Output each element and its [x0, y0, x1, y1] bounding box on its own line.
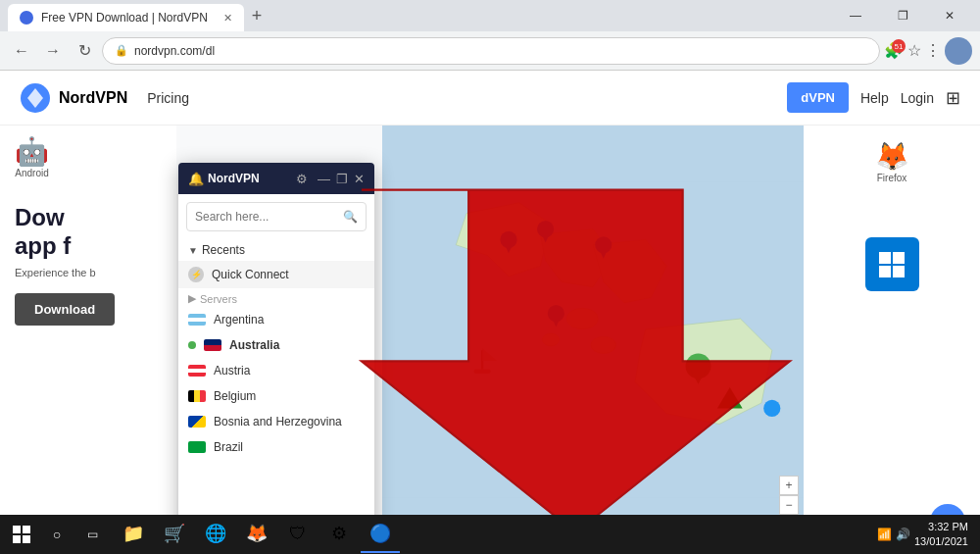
file-explorer-icon: 📁 — [122, 523, 144, 544]
country-name-brazil: Brazil — [214, 440, 243, 454]
logo-text: NordVPN — [59, 89, 127, 107]
quick-connect-item[interactable]: ⚡ Quick Connect — [178, 261, 374, 288]
hero-subtitle: Experience the b — [15, 267, 162, 278]
country-name-argentina: Argentina — [214, 313, 264, 327]
start-button[interactable] — [4, 517, 39, 552]
country-list: Argentina Australia Austria Belgium — [178, 307, 374, 460]
firefox-icon: 🦊 — [875, 140, 909, 173]
map-location-dot — [763, 400, 780, 417]
tab-close-btn[interactable]: ✕ — [223, 12, 232, 25]
popup-window-controls: ⚙ — ❐ ✕ — [296, 172, 365, 186]
hero-section: 🤖 Android Dow app f Experience the b Dow… — [0, 126, 176, 554]
map-area — [382, 126, 804, 554]
taskbar-pinned-apps: 📁 🛒 🌐 🦊 🛡 ⚙ 🔵 — [114, 516, 400, 553]
website-main: 🤖 Android Dow app f Experience the b Dow… — [0, 126, 980, 554]
grid-icon[interactable]: ⋮ — [925, 41, 941, 60]
taskbar-firefox[interactable]: 🦊 — [237, 516, 276, 553]
close-button[interactable]: ✕ — [927, 1, 972, 30]
map-svg — [382, 126, 804, 554]
country-item-australia[interactable]: Australia — [178, 332, 374, 358]
nordvpn-logo-icon — [20, 82, 51, 114]
forward-button[interactable]: → — [39, 37, 67, 65]
windows-icon — [865, 237, 919, 291]
taskbar-settings[interactable]: ⚙ — [319, 516, 359, 553]
new-tab-button[interactable]: + — [244, 6, 270, 26]
svg-rect-21 — [13, 526, 21, 533]
hero-title-line2: app f — [15, 232, 71, 259]
taskbar-nordvpn[interactable]: 🔵 — [361, 516, 400, 553]
country-item-austria[interactable]: Austria — [178, 358, 374, 383]
chrome-icon: 🌐 — [205, 523, 226, 544]
recents-item[interactable]: ▼ Recents — [178, 239, 374, 261]
popup-title: NordVPN — [208, 172, 296, 185]
country-item-belgium[interactable]: Belgium — [178, 383, 374, 409]
map-zoom-in[interactable]: + — [779, 476, 799, 495]
search-input[interactable] — [195, 210, 337, 224]
login-link[interactable]: Login — [901, 90, 934, 106]
taskbar-search-button[interactable]: ○ — [39, 517, 74, 552]
map-zoom-controls: + − — [779, 476, 799, 515]
map-zoom-out[interactable]: − — [779, 495, 799, 515]
window-controls: — ❐ ✕ — [833, 1, 972, 30]
website-content: NordVPN Pricing dVPN Help Login ⊞ 🤖 Andr… — [0, 71, 980, 554]
svg-rect-22 — [23, 526, 30, 533]
taskbar-store[interactable]: 🛒 — [155, 516, 194, 553]
popup-notification-icon[interactable]: 🔔 — [188, 172, 204, 186]
android-label: Android — [15, 168, 48, 178]
nordvpn-taskbar-icon: 🔵 — [369, 523, 391, 544]
tab-favicon — [20, 11, 33, 25]
pricing-link[interactable]: Pricing — [147, 90, 189, 106]
country-item-bosnia[interactable]: Bosnia and Herzegovina — [178, 409, 374, 434]
quick-connect-label: Quick Connect — [212, 268, 289, 281]
get-nordvpn-button[interactable]: dVPN — [787, 82, 849, 113]
brazil-flag — [188, 441, 206, 453]
servers-section: ▶ Servers — [178, 288, 374, 307]
address-bar[interactable]: 🔒 nordvpn.com/dl — [102, 37, 880, 65]
firefox-label: Firefox — [877, 173, 907, 183]
search-icon[interactable]: 🔍 — [343, 210, 358, 224]
popup-close[interactable]: ✕ — [354, 172, 365, 186]
country-item-argentina[interactable]: Argentina — [178, 307, 374, 332]
taskbar-task-view[interactable]: ▭ — [74, 517, 110, 552]
tray-network-icon[interactable]: 📶 — [877, 528, 892, 541]
taskbar-chrome[interactable]: 🌐 — [196, 516, 235, 553]
taskbar-file-explorer[interactable]: 📁 — [114, 516, 153, 553]
minimize-button[interactable]: — — [833, 1, 878, 30]
australia-status-dot — [188, 341, 196, 349]
tray-sound-icon[interactable]: 🔊 — [896, 528, 910, 541]
task-view-icon: ▭ — [87, 528, 98, 541]
nordvpn-header: NordVPN Pricing dVPN Help Login ⊞ — [0, 71, 980, 126]
system-clock[interactable]: 3:32 PM 13/01/2021 — [914, 520, 968, 550]
download-button[interactable]: Download — [15, 293, 115, 326]
profile-button[interactable] — [945, 37, 972, 65]
popup-maximize[interactable]: ❐ — [336, 172, 348, 186]
browser-tab[interactable]: Free VPN Download | NordVPN ✕ — [8, 4, 244, 31]
windows-start-icon — [13, 526, 30, 543]
help-link[interactable]: Help — [860, 90, 889, 106]
chevron-down-icon: ▼ — [188, 245, 198, 256]
country-name-austria: Austria — [214, 364, 250, 378]
header-right: dVPN Help Login ⊞ — [787, 82, 960, 113]
country-name-belgium: Belgium — [214, 389, 256, 403]
extensions-icon[interactable]: 🧩 51 — [884, 41, 904, 60]
popup-search-bar[interactable]: 🔍 — [186, 202, 367, 231]
australia-flag — [204, 339, 221, 351]
menu-grid-icon[interactable]: ⊞ — [946, 87, 960, 109]
notification-badge: 51 — [892, 39, 906, 53]
store-icon: 🛒 — [164, 523, 185, 544]
country-name-australia: Australia — [229, 338, 279, 352]
clock-time: 3:32 PM — [914, 520, 968, 534]
popup-minimize[interactable]: — — [318, 172, 330, 186]
tab-title: Free VPN Download | NordVPN — [41, 11, 208, 25]
country-item-brazil[interactable]: Brazil — [178, 434, 374, 460]
taskbar-vpn-app[interactable]: 🛡 — [278, 516, 318, 553]
popup-settings-icon[interactable]: ⚙ — [296, 172, 308, 186]
bookmark-icon[interactable]: ☆ — [907, 41, 921, 60]
clock-date: 13/01/2021 — [914, 534, 968, 549]
country-name-bosnia: Bosnia and Herzegovina — [214, 415, 342, 428]
back-button[interactable]: ← — [8, 37, 35, 65]
refresh-button[interactable]: ↻ — [71, 37, 98, 65]
maximize-button[interactable]: ❐ — [880, 1, 925, 30]
chevron-right-icon: ▶ — [188, 292, 196, 305]
hero-text: Dow app f Experience the b Download — [15, 204, 162, 326]
